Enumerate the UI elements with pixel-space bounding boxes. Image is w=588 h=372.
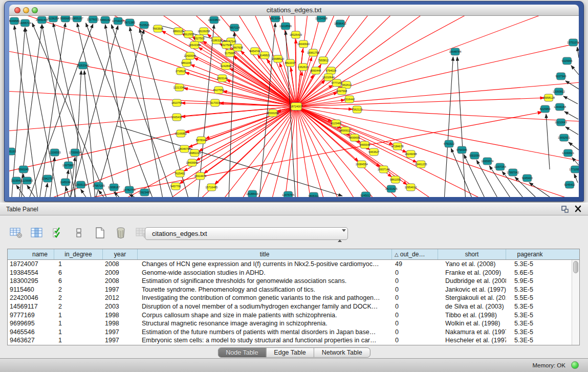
graph-node[interactable]: 9329966 bbox=[562, 57, 573, 64]
graph-node[interactable]: 12213349 bbox=[173, 84, 185, 91]
graph-node[interactable]: 15923485 bbox=[139, 189, 151, 196]
graph-node[interactable]: 11007254 bbox=[494, 163, 507, 170]
graph-node[interactable]: 12505135 bbox=[75, 181, 87, 188]
graph-node[interactable]: 8049583 bbox=[9, 17, 19, 25]
graph-node[interactable]: 15166852 bbox=[175, 130, 187, 137]
column-header-title[interactable]: title bbox=[138, 249, 392, 259]
graph-node[interactable]: 10719155 bbox=[112, 17, 124, 25]
new-table-icon[interactable] bbox=[93, 226, 106, 239]
graph-node[interactable]: 12160621 bbox=[562, 149, 574, 157]
graph-node[interactable]: 9245012 bbox=[360, 192, 371, 197]
graph-node[interactable]: 15751074 bbox=[567, 39, 579, 46]
graph-node[interactable]: 15692931 bbox=[558, 134, 570, 141]
graph-node[interactable]: 12476765 bbox=[282, 191, 294, 197]
graph-node[interactable]: 15276021 bbox=[87, 16, 99, 23]
graph-node[interactable]: 18249098 bbox=[405, 150, 417, 158]
graph-node[interactable]: 15154308 bbox=[315, 16, 328, 22]
graph-node[interactable]: 15958128 bbox=[542, 94, 555, 101]
table-row[interactable]: 1830029562008Estimation of significance … bbox=[8, 277, 572, 286]
table-selector-dropdown[interactable]: citations_edges.txt bbox=[145, 227, 348, 240]
memory-status-indicator[interactable] bbox=[571, 361, 579, 369]
graph-node[interactable]: 1362615 bbox=[298, 63, 309, 71]
graph-node[interactable]: 18188434 bbox=[246, 190, 258, 197]
table-row[interactable]: 2242004622012Investigating the contribut… bbox=[8, 294, 572, 302]
table-row[interactable]: 1938455462009Genome-wide association stu… bbox=[8, 269, 572, 277]
vertical-scrollbar[interactable] bbox=[572, 260, 579, 345]
graph-node[interactable]: 10855297 bbox=[71, 16, 83, 22]
table-row[interactable]: 1456911722003Disruption of a novel membe… bbox=[8, 302, 572, 311]
graph-node[interactable]: 16782759 bbox=[123, 186, 136, 193]
graph-node[interactable]: 12206593 bbox=[49, 149, 61, 156]
graph-node[interactable]: 5878342 bbox=[196, 137, 207, 144]
graph-node[interactable]: 14569117 bbox=[339, 127, 352, 134]
graph-node[interactable]: 8427552 bbox=[213, 86, 224, 94]
network-graph-canvas[interactable]: 8049583140557242069140616156254959568310… bbox=[9, 16, 579, 197]
table-row[interactable]: 911546021997Tourette syndrome. Phenomeno… bbox=[8, 286, 572, 294]
graph-node[interactable]: 6466162 bbox=[100, 16, 111, 24]
graph-node[interactable]: 8860123 bbox=[173, 28, 184, 35]
graph-node[interactable]: 12954612 bbox=[405, 184, 417, 191]
graph-node[interactable]: 9115460 bbox=[331, 120, 342, 127]
graph-node[interactable]: 8454749 bbox=[250, 48, 260, 55]
graph-node[interactable]: 18409946 bbox=[186, 159, 198, 166]
graph-node[interactable]: 8186328 bbox=[211, 37, 222, 44]
graph-node[interactable]: 9861055 bbox=[390, 176, 401, 183]
graph-node[interactable]: 10975887 bbox=[62, 162, 75, 169]
graph-node[interactable]: 16961758 bbox=[307, 49, 319, 56]
graph-node[interactable]: 9302056 bbox=[469, 152, 480, 159]
graph-node[interactable]: 17957255 bbox=[93, 182, 105, 189]
graph-node[interactable]: 16033809 bbox=[208, 16, 220, 24]
graph-node[interactable]: 7955812 bbox=[318, 57, 329, 64]
graph-node[interactable]: 16648784 bbox=[449, 48, 461, 55]
graph-node[interactable]: 22420046 bbox=[184, 52, 196, 59]
graph-node[interactable]: 15716485 bbox=[205, 184, 217, 191]
table-row[interactable]: 969969511998Structural magnetic resonanc… bbox=[8, 319, 572, 328]
graph-node[interactable]: 9227343 bbox=[556, 73, 567, 80]
graph-node[interactable]: 17359934 bbox=[69, 149, 81, 156]
scrollbar-thumb[interactable] bbox=[573, 261, 578, 273]
graph-node[interactable]: 15461235 bbox=[415, 161, 427, 168]
graph-node[interactable]: 9560245 bbox=[18, 166, 29, 173]
graph-node[interactable]: 9805311 bbox=[309, 192, 319, 197]
graph-node[interactable]: 20691406 bbox=[36, 16, 48, 24]
graph-node[interactable]: 18325419 bbox=[290, 31, 302, 38]
table-options-icon[interactable] bbox=[9, 226, 23, 239]
graph-node[interactable]: 12093822 bbox=[553, 88, 565, 95]
graph-node[interactable]: 9245403 bbox=[522, 174, 533, 182]
graph-node[interactable]: 8215953 bbox=[540, 105, 551, 113]
graph-node[interactable]: 6794028 bbox=[325, 67, 336, 74]
graph-node[interactable]: 9465546 bbox=[359, 141, 370, 148]
graph-node[interactable]: 16640910 bbox=[297, 40, 310, 48]
graph-node[interactable]: 18300295 bbox=[267, 110, 279, 117]
graph-node[interactable]: 8990448 bbox=[310, 67, 321, 74]
table-row[interactable]: 946554611997Estimation of the future num… bbox=[8, 328, 572, 337]
graph-node[interactable]: 7562123 bbox=[352, 106, 362, 113]
table-row[interactable]: 946362711997Embryonic stem cells: a mode… bbox=[8, 336, 572, 345]
graph-node[interactable]: 1810754 bbox=[171, 99, 182, 106]
graph-node[interactable]: 6791922 bbox=[444, 140, 454, 147]
column-header-short[interactable]: short bbox=[438, 249, 506, 259]
close-panel-icon[interactable] bbox=[575, 205, 582, 213]
graph-node[interactable]: 14055724 bbox=[19, 19, 31, 27]
graph-node[interactable]: 9327508 bbox=[221, 41, 232, 49]
window-titlebar[interactable]: citations_edges.txt bbox=[9, 5, 579, 16]
graph-node[interactable]: 3175685 bbox=[225, 50, 235, 57]
graph-node[interactable]: 18596412 bbox=[334, 20, 346, 27]
graph-node[interactable]: 17284678 bbox=[391, 143, 404, 150]
graph-node[interactable]: 3319943 bbox=[11, 177, 22, 184]
tab-edge-table[interactable]: Edge Table bbox=[266, 348, 313, 357]
graph-node[interactable]: 19218596 bbox=[279, 23, 292, 30]
graph-node[interactable]: 2803144 bbox=[217, 75, 228, 82]
graph-node[interactable]: 20053346 bbox=[77, 62, 89, 69]
graph-node[interactable]: 9463627 bbox=[368, 148, 379, 156]
table-row[interactable]: 977716911998Corpus callosum shape and si… bbox=[8, 311, 572, 320]
graph-node[interactable]: 18231425 bbox=[385, 185, 398, 192]
graph-node[interactable]: 19384554 bbox=[356, 161, 368, 168]
graph-node[interactable]: 10958187 bbox=[108, 184, 120, 191]
table-row[interactable]: 1872400712008Changes of HCN gene express… bbox=[8, 260, 572, 269]
float-panel-icon[interactable] bbox=[561, 206, 569, 213]
column-header-in_degree[interactable]: in_degree bbox=[54, 249, 103, 259]
graph-node[interactable]: 1145194 bbox=[60, 179, 71, 186]
graph-node[interactable]: 18724007 bbox=[290, 103, 302, 111]
graph-node[interactable]: 1145193 bbox=[9, 148, 16, 155]
